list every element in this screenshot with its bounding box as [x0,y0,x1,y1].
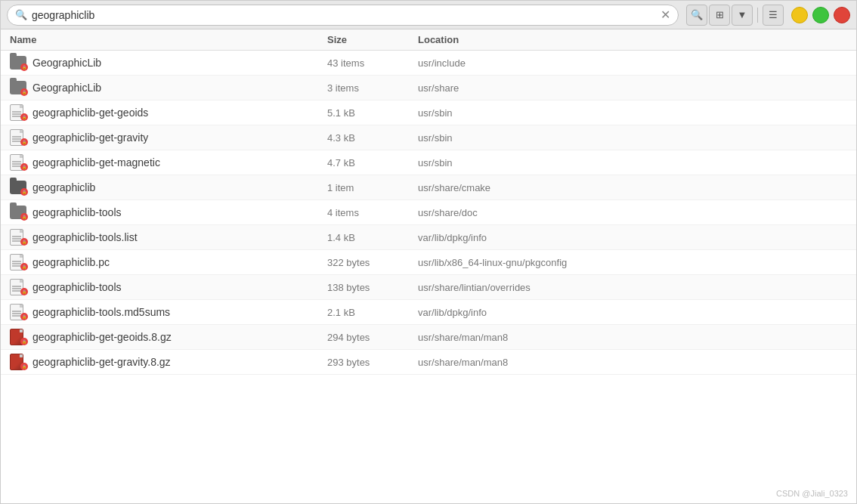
file-name-cell: 🔒geographiclib-tools.list [10,229,327,246]
file-name-label: geographiclib-get-magnetic [32,156,160,169]
table-row[interactable]: 🔒geographiclib-get-gravity.8.gz293 bytes… [1,350,856,375]
file-icon: 🔒 [10,354,26,370]
table-row[interactable]: 🔒geographiclib-get-geoids.8.gz294 bytesu… [1,325,856,350]
table-row[interactable]: 🔒geographiclib1 itemusr/share/cmake [1,175,856,200]
file-size-cell: 3 items [327,82,418,94]
file-size-cell: 5.1 kB [327,107,418,119]
table-row[interactable]: 🔒geographiclib-tools138 bytesusr/share/l… [1,275,856,300]
file-icon: 🔒 [10,179,26,196]
table-row[interactable]: 🔒geographiclib-get-gravity4.3 kBusr/sbin [1,125,856,150]
table-row[interactable]: 🔒geographiclib.pc322 bytesusr/lib/x86_64… [1,250,856,275]
file-size-cell: 4.7 kB [327,157,418,169]
file-location-cell: usr/sbin [418,157,847,169]
clear-search-button[interactable]: ✕ [661,9,670,21]
file-name-cell: 🔒geographiclib-get-geoids.8.gz [10,329,327,345]
file-icon: 🔒 [10,229,26,246]
file-icon: 🔒 [10,104,26,121]
lock-badge: 🔒 [20,263,28,271]
menu-button[interactable]: ☰ [763,5,784,26]
search-icon: 🔍 [15,9,27,20]
file-location-cell: usr/include [418,57,847,69]
search-input[interactable] [32,9,656,21]
watermark: CSDN @Jiali_0323 [776,489,848,498]
file-location-cell: usr/share/lintian/overrides [418,282,847,293]
lock-badge: 🔒 [20,363,28,370]
table-header: Name Size Location [1,29,856,51]
file-icon: 🔒 [10,129,26,146]
lock-badge: 🔒 [20,313,28,320]
table-row[interactable]: 🔒geographiclib-tools.list1.4 kBvar/lib/d… [1,225,856,250]
file-name-cell: 🔒geographiclib-get-gravity.8.gz [10,354,327,370]
file-name-label: GeographicLib [32,82,101,94]
file-icon: 🔒 [10,204,26,221]
file-location-cell: var/lib/dpkg/info [418,232,847,243]
file-location-cell: usr/sbin [418,107,847,119]
lock-badge: 🔒 [20,338,28,345]
window-controls: — □ × [791,7,850,23]
file-icon: 🔒 [10,254,26,271]
file-name-cell: 🔒GeographicLib [10,79,327,96]
file-list[interactable]: 🔒GeographicLib43 itemsusr/include🔒Geogra… [1,51,856,503]
table-row[interactable]: 🔒geographiclib-get-magnetic4.7 kBusr/sbi… [1,150,856,175]
file-size-cell: 322 bytes [327,257,418,268]
view-toggle-button[interactable]: ⊞ [709,5,730,26]
minimize-button[interactable]: — [791,7,808,23]
file-size-cell: 294 bytes [327,332,418,343]
file-location-cell: usr/sbin [418,132,847,144]
file-name-cell: 🔒geographiclib-get-gravity [10,129,327,146]
table-row[interactable]: 🔒GeographicLib43 itemsusr/include [1,51,856,76]
search-toggle-button[interactable]: 🔍 [686,5,707,26]
file-name-label: geographiclib-tools [32,206,122,218]
lock-badge: 🔒 [20,188,28,196]
file-name-cell: 🔒geographiclib-get-magnetic [10,154,327,171]
column-name[interactable]: Name [10,34,327,45]
view-dropdown-button[interactable]: ▼ [732,5,753,26]
table-row[interactable]: 🔒GeographicLib3 itemsusr/share [1,76,856,100]
close-button[interactable]: × [834,7,850,23]
file-size-cell: 4 items [327,207,418,218]
file-size-cell: 1 item [327,182,418,193]
file-name-label: geographiclib-get-geoids [32,107,148,119]
file-location-cell: usr/share/cmake [418,182,847,193]
file-size-cell: 43 items [327,57,418,69]
titlebar: 🔍 ✕ 🔍 ⊞ ▼ ☰ — □ × [1,1,856,29]
maximize-button[interactable]: □ [812,7,829,23]
file-name-label: geographiclib-get-gravity [32,131,148,144]
file-name-label: geographiclib-get-gravity.8.gz [32,356,171,368]
lock-badge: 🔒 [20,88,28,96]
file-name-label: geographiclib-get-geoids.8.gz [32,331,172,343]
file-location-cell: usr/share/doc [418,207,847,218]
toolbar-separator [757,8,758,23]
table-row[interactable]: 🔒geographiclib-tools.md5sums2.1 kBvar/li… [1,300,856,325]
file-name-label: GeographicLib [32,57,101,69]
file-location-cell: usr/lib/x86_64-linux-gnu/pkgconfig [418,257,847,268]
file-icon: 🔒 [10,79,26,96]
search-bar[interactable]: 🔍 ✕ [7,5,679,26]
lock-badge: 🔒 [20,238,28,246]
file-size-cell: 293 bytes [327,357,418,368]
file-icon: 🔒 [10,279,26,295]
file-name-cell: 🔒geographiclib.pc [10,254,327,271]
file-size-cell: 138 bytes [327,282,418,293]
file-name-label: geographiclib-tools [32,281,122,293]
lock-badge: 🔒 [20,163,28,171]
file-icon: 🔒 [10,304,26,320]
column-location[interactable]: Location [418,34,847,45]
file-name-label: geographiclib-tools.md5sums [32,306,170,318]
file-name-cell: 🔒geographiclib-get-geoids [10,104,327,121]
file-location-cell: usr/share [418,82,847,94]
file-location-cell: usr/share/man/man8 [418,357,847,368]
file-location-cell: usr/share/man/man8 [418,332,847,343]
table-row[interactable]: 🔒geographiclib-tools4 itemsusr/share/doc [1,200,856,225]
file-name-cell: 🔒geographiclib-tools [10,204,327,221]
lock-badge: 🔒 [20,213,28,221]
titlebar-button-group: 🔍 ⊞ ▼ ☰ [686,5,784,26]
column-size[interactable]: Size [327,34,418,45]
file-size-cell: 4.3 kB [327,132,418,144]
file-icon: 🔒 [10,154,26,171]
lock-badge: 🔒 [20,138,28,146]
lock-badge: 🔒 [20,288,28,295]
file-location-cell: var/lib/dpkg/info [418,307,847,318]
table-row[interactable]: 🔒geographiclib-get-geoids5.1 kBusr/sbin [1,100,856,125]
file-name-cell: 🔒geographiclib [10,179,327,196]
